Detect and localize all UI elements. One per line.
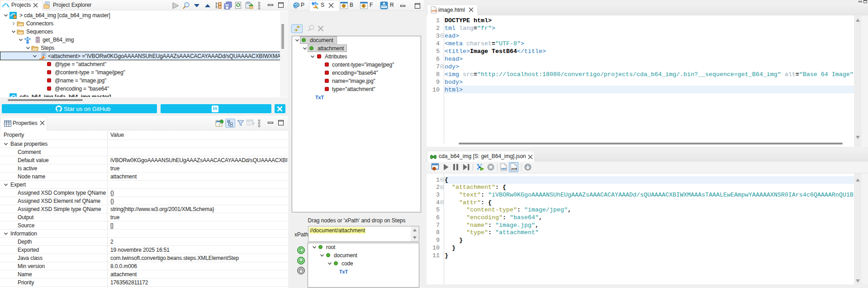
svg-text:JSON: JSON — [511, 168, 517, 170]
svg-text:xml: xml — [501, 167, 506, 170]
svg-text:HTML: HTML — [432, 10, 437, 12]
